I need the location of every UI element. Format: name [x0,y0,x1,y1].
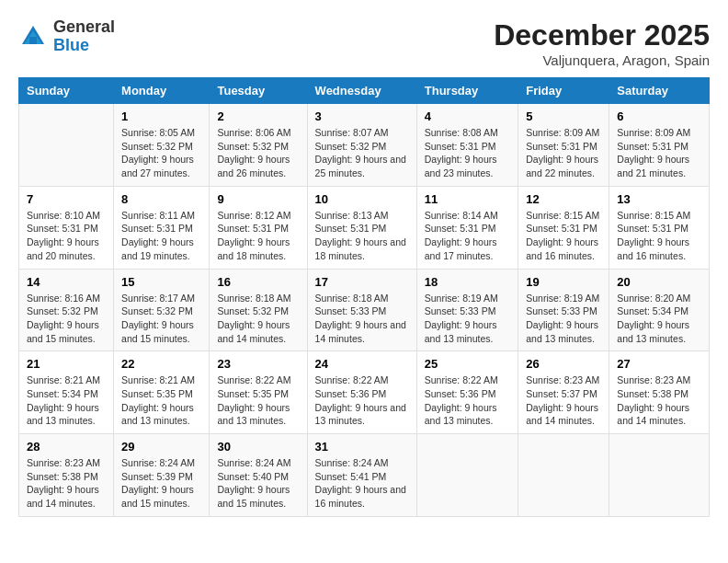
day-info: Sunrise: 8:24 AMSunset: 5:41 PMDaylight:… [315,456,409,511]
day-number: 5 [526,109,601,123]
day-cell: 2Sunrise: 8:06 AMSunset: 5:32 PMDaylight… [210,104,307,187]
day-info: Sunrise: 8:18 AMSunset: 5:32 PMDaylight:… [217,292,299,346]
day-info: Sunrise: 8:19 AMSunset: 5:33 PMDaylight:… [526,292,601,346]
day-cell: 17Sunrise: 8:18 AMSunset: 5:33 PMDayligh… [307,269,416,351]
day-info: Sunrise: 8:18 AMSunset: 5:33 PMDaylight:… [315,292,409,346]
day-info: Sunrise: 8:12 AMSunset: 5:31 PMDaylight:… [217,209,299,263]
week-row: 7Sunrise: 8:10 AMSunset: 5:31 PMDaylight… [19,186,710,269]
day-info: Sunrise: 8:24 AMSunset: 5:40 PMDaylight:… [217,456,299,511]
day-info: Sunrise: 8:23 AMSunset: 5:38 PMDaylight:… [617,373,701,428]
page-subtitle: Valjunquera, Aragon, Spain [494,52,710,68]
day-cell: 9Sunrise: 8:12 AMSunset: 5:31 PMDaylight… [210,186,307,269]
day-number: 13 [617,192,701,206]
day-info: Sunrise: 8:21 AMSunset: 5:34 PMDaylight:… [27,373,106,428]
day-cell: 21Sunrise: 8:21 AMSunset: 5:34 PMDayligh… [19,351,114,434]
day-info: Sunrise: 8:07 AMSunset: 5:32 PMDaylight:… [315,126,409,180]
day-cell: 4Sunrise: 8:08 AMSunset: 5:31 PMDaylight… [416,104,518,187]
day-number: 8 [121,192,201,206]
day-number: 22 [121,357,201,371]
header-day: Saturday [609,78,710,104]
day-cell: 11Sunrise: 8:14 AMSunset: 5:31 PMDayligh… [416,186,518,269]
header-day: Wednesday [307,78,416,104]
day-number: 27 [617,357,701,371]
day-number: 16 [217,275,299,289]
calendar-table: SundayMondayTuesdayWednesdayThursdayFrid… [18,77,710,517]
day-number: 12 [526,192,601,206]
day-cell: 12Sunrise: 8:15 AMSunset: 5:31 PMDayligh… [518,186,609,269]
day-cell: 23Sunrise: 8:22 AMSunset: 5:35 PMDayligh… [210,351,307,434]
day-info: Sunrise: 8:09 AMSunset: 5:31 PMDaylight:… [526,126,601,180]
day-cell: 22Sunrise: 8:21 AMSunset: 5:35 PMDayligh… [114,351,210,434]
day-cell: 3Sunrise: 8:07 AMSunset: 5:32 PMDaylight… [307,104,416,187]
day-number: 17 [315,275,409,289]
day-cell: 8Sunrise: 8:11 AMSunset: 5:31 PMDaylight… [114,186,210,269]
day-number: 6 [617,109,701,123]
day-cell: 20Sunrise: 8:20 AMSunset: 5:34 PMDayligh… [609,269,710,351]
header-day: Friday [518,78,609,104]
day-info: Sunrise: 8:06 AMSunset: 5:32 PMDaylight:… [217,126,299,180]
day-info: Sunrise: 8:21 AMSunset: 5:35 PMDaylight:… [121,373,201,428]
day-info: Sunrise: 8:22 AMSunset: 5:35 PMDaylight:… [217,373,299,428]
day-number: 23 [217,357,299,371]
day-number: 7 [27,192,106,206]
day-info: Sunrise: 8:08 AMSunset: 5:31 PMDaylight:… [425,126,510,180]
day-number: 20 [617,275,701,289]
day-cell: 27Sunrise: 8:23 AMSunset: 5:38 PMDayligh… [609,351,710,434]
day-cell: 24Sunrise: 8:22 AMSunset: 5:36 PMDayligh… [307,351,416,434]
day-cell: 1Sunrise: 8:05 AMSunset: 5:32 PMDaylight… [114,104,210,187]
day-info: Sunrise: 8:24 AMSunset: 5:39 PMDaylight:… [121,456,201,511]
day-info: Sunrise: 8:10 AMSunset: 5:31 PMDaylight:… [27,209,106,263]
logo: General Blue [18,18,115,55]
day-number: 15 [121,275,201,289]
day-cell: 26Sunrise: 8:23 AMSunset: 5:37 PMDayligh… [518,351,609,434]
day-number: 4 [425,109,510,123]
day-cell: 30Sunrise: 8:24 AMSunset: 5:40 PMDayligh… [210,434,307,517]
day-info: Sunrise: 8:13 AMSunset: 5:31 PMDaylight:… [315,209,409,263]
day-cell: 13Sunrise: 8:15 AMSunset: 5:31 PMDayligh… [609,186,710,269]
day-cell: 14Sunrise: 8:16 AMSunset: 5:32 PMDayligh… [19,269,114,351]
day-number: 1 [121,109,201,123]
day-number: 19 [526,275,601,289]
title-block: December 2025 Valjunquera, Aragon, Spain [494,18,710,68]
day-cell: 19Sunrise: 8:19 AMSunset: 5:33 PMDayligh… [518,269,609,351]
day-number: 2 [217,109,299,123]
day-info: Sunrise: 8:16 AMSunset: 5:32 PMDaylight:… [27,292,106,346]
day-cell [19,104,114,187]
week-row: 21Sunrise: 8:21 AMSunset: 5:34 PMDayligh… [19,351,710,434]
day-info: Sunrise: 8:14 AMSunset: 5:31 PMDaylight:… [425,209,510,263]
day-cell: 25Sunrise: 8:22 AMSunset: 5:36 PMDayligh… [416,351,518,434]
day-number: 28 [27,440,106,454]
day-number: 10 [315,192,409,206]
day-info: Sunrise: 8:09 AMSunset: 5:31 PMDaylight:… [617,126,701,180]
day-number: 11 [425,192,510,206]
day-number: 9 [217,192,299,206]
logo-general: General [53,17,115,36]
day-info: Sunrise: 8:11 AMSunset: 5:31 PMDaylight:… [121,209,201,263]
day-number: 18 [425,275,510,289]
header-day: Sunday [19,78,114,104]
day-number: 30 [217,440,299,454]
day-number: 21 [27,357,106,371]
svg-rect-2 [29,37,37,44]
day-info: Sunrise: 8:15 AMSunset: 5:31 PMDaylight:… [617,209,701,263]
header-day: Tuesday [210,78,307,104]
week-row: 14Sunrise: 8:16 AMSunset: 5:32 PMDayligh… [19,269,710,351]
day-cell: 5Sunrise: 8:09 AMSunset: 5:31 PMDaylight… [518,104,609,187]
day-cell: 31Sunrise: 8:24 AMSunset: 5:41 PMDayligh… [307,434,416,517]
logo-text: General Blue [53,18,115,55]
day-cell [609,434,710,517]
day-cell: 7Sunrise: 8:10 AMSunset: 5:31 PMDaylight… [19,186,114,269]
logo-blue: Blue [53,36,89,54]
header-day: Thursday [416,78,518,104]
day-info: Sunrise: 8:23 AMSunset: 5:38 PMDaylight:… [27,456,106,511]
header-row: SundayMondayTuesdayWednesdayThursdayFrid… [19,78,710,104]
day-number: 26 [526,357,601,371]
day-info: Sunrise: 8:23 AMSunset: 5:37 PMDaylight:… [526,373,601,428]
day-number: 3 [315,109,409,123]
day-cell: 29Sunrise: 8:24 AMSunset: 5:39 PMDayligh… [114,434,210,517]
day-number: 25 [425,357,510,371]
day-cell: 15Sunrise: 8:17 AMSunset: 5:32 PMDayligh… [114,269,210,351]
week-row: 28Sunrise: 8:23 AMSunset: 5:38 PMDayligh… [19,434,710,517]
logo-icon [18,22,48,52]
day-info: Sunrise: 8:17 AMSunset: 5:32 PMDaylight:… [121,292,201,346]
